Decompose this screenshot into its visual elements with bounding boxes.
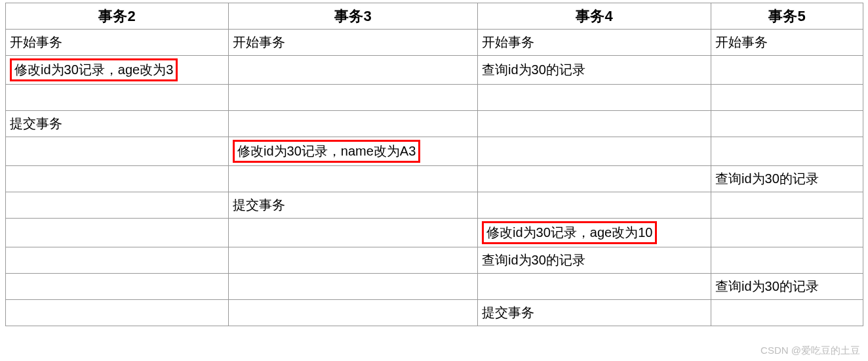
table-row: 提交事务 [6,192,863,219]
table-cell [6,166,229,192]
table-cell: 开始事务 [478,30,711,56]
table-row: 修改id为30记录，age改为10 [6,219,863,247]
table-row: 查询id为30的记录 [6,274,863,300]
table-cell: 开始事务 [6,30,229,56]
col-header: 事务4 [478,3,711,30]
table-cell [478,274,711,300]
table-cell: 查询id为30的记录 [478,247,711,274]
table-cell [229,111,478,137]
col-header: 事务2 [6,3,229,30]
table-cell: 提交事务 [6,111,229,137]
table-cell [711,300,863,326]
table-cell [6,137,229,166]
table-cell [6,274,229,300]
table-cell [478,192,711,219]
table-row [6,85,863,111]
table-cell [229,300,478,326]
table-cell: 查询id为30的记录 [711,166,863,192]
table-row: 修改id为30记录，name改为A3 [6,137,863,166]
table-cell: 开始事务 [229,30,478,56]
table-row: 提交事务 [6,300,863,326]
table-cell: 开始事务 [711,30,863,56]
table-cell: 提交事务 [478,300,711,326]
highlighted-text: 修改id为30记录，age改为3 [10,58,178,81]
table-cell [6,85,229,111]
table-row: 查询id为30的记录 [6,247,863,274]
table-cell [478,166,711,192]
table-cell [6,300,229,326]
table-cell [229,274,478,300]
table-row: 修改id为30记录，age改为3查询id为30的记录 [6,56,863,85]
table-cell [229,166,478,192]
table-cell [711,137,863,166]
table-cell [711,56,863,85]
table-cell [229,219,478,247]
table-cell [711,111,863,137]
table-cell [229,247,478,274]
table-cell [478,85,711,111]
table-cell [229,56,478,85]
transactions-table: 事务2 事务3 事务4 事务5 开始事务开始事务开始事务开始事务修改id为30记… [5,3,863,326]
col-header: 事务5 [711,3,863,30]
table-row: 提交事务 [6,111,863,137]
table-cell [711,192,863,219]
table-cell [711,219,863,247]
table-cell [478,111,711,137]
table-cell: 修改id为30记录，name改为A3 [229,137,478,166]
table-cell: 提交事务 [229,192,478,219]
table-cell [711,85,863,111]
col-header: 事务3 [229,3,478,30]
table-cell [229,85,478,111]
table-header-row: 事务2 事务3 事务4 事务5 [6,3,863,30]
table-cell [6,192,229,219]
table-row: 查询id为30的记录 [6,166,863,192]
table-row: 开始事务开始事务开始事务开始事务 [6,30,863,56]
watermark: CSDN @爱吃豆的土豆 [760,345,860,357]
table-cell: 修改id为30记录，age改为3 [6,56,229,85]
table-cell [478,137,711,166]
table-cell: 查询id为30的记录 [711,274,863,300]
table-cell [6,219,229,247]
table-cell: 查询id为30的记录 [478,56,711,85]
highlighted-text: 修改id为30记录，name改为A3 [233,140,420,163]
table-cell: 修改id为30记录，age改为10 [478,219,711,247]
table-cell [711,247,863,274]
highlighted-text: 修改id为30记录，age改为10 [482,221,657,244]
table-cell [6,247,229,274]
